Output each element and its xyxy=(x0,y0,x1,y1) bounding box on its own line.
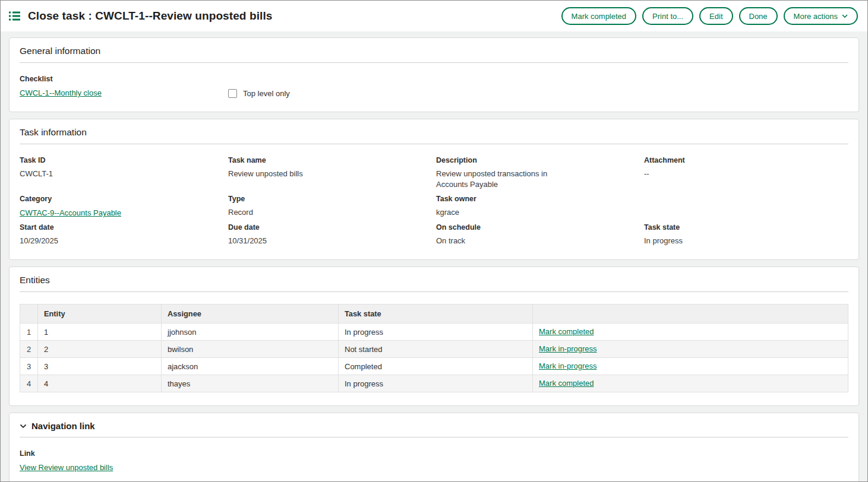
task-state-cell: Not started xyxy=(339,341,533,358)
field-label: Attachment xyxy=(644,156,848,164)
view-task-link[interactable]: View Review unposted bills xyxy=(20,463,113,472)
row-action-link[interactable]: Mark in-progress xyxy=(539,362,597,370)
task-state-cell: Completed xyxy=(339,358,533,375)
more-actions-label: More actions xyxy=(794,12,838,21)
task-information-title: Task information xyxy=(20,127,848,138)
page-content: General information Checklist CWCL-1--Mo… xyxy=(1,31,867,482)
assignee-cell: jjohnson xyxy=(162,324,339,341)
task-name-field: Task name Review unposted bills xyxy=(228,156,436,179)
checklist-link[interactable]: CWCL-1--Monthly close xyxy=(20,88,102,97)
checklist-field: Checklist CWCL-1--Monthly close xyxy=(20,75,228,99)
task-state-column-header: Task state xyxy=(339,305,533,324)
assignee-column-header: Assignee xyxy=(162,305,339,324)
general-information-title: General information xyxy=(20,46,848,56)
print-to-button[interactable]: Print to... xyxy=(642,7,693,25)
row-number: 3 xyxy=(20,358,38,375)
top-level-only-checkbox[interactable]: Top level only xyxy=(228,89,290,98)
entity-cell: 3 xyxy=(38,358,162,375)
row-action-link[interactable]: Mark completed xyxy=(539,327,594,336)
checklist-label: Checklist xyxy=(20,75,228,83)
field-label: Task owner xyxy=(436,195,644,203)
field-label: On schedule xyxy=(436,223,644,232)
field-value: -- xyxy=(644,169,848,179)
header-bar: Close task : CWCLT-1--Review unposted bi… xyxy=(1,1,867,31)
row-number: 2 xyxy=(20,341,38,358)
due-date-field: Due date 10/31/2025 xyxy=(228,223,436,246)
category-link[interactable]: CWTAC-9--Accounts Payable xyxy=(20,208,121,217)
entity-cell: 1 xyxy=(38,324,162,341)
edit-button[interactable]: Edit xyxy=(699,7,733,25)
field-value: Review unposted bills xyxy=(228,169,436,179)
field-value: In progress xyxy=(644,236,848,246)
task-id-field: Task ID CWCLT-1 xyxy=(20,156,228,179)
entities-title: Entities xyxy=(20,275,848,286)
assignee-cell: bwilson xyxy=(162,341,339,358)
attachment-field: Attachment -- xyxy=(644,156,848,179)
row-number: 4 xyxy=(20,375,38,392)
type-field: Type Record xyxy=(228,195,436,218)
field-value: CWCLT-1 xyxy=(20,169,228,179)
field-value: kgrace xyxy=(436,207,644,218)
more-actions-button[interactable]: More actions xyxy=(784,7,858,25)
field-label: Start date xyxy=(20,223,228,232)
collapse-chevron-icon[interactable] xyxy=(20,424,27,429)
start-date-field: Start date 10/29/2025 xyxy=(20,223,228,246)
table-row: 3 3 ajackson Completed Mark in-progress xyxy=(20,358,848,375)
section-divider xyxy=(20,62,848,63)
field-value: Review unposted transactions in Accounts… xyxy=(436,169,566,190)
field-value: Record xyxy=(228,207,436,218)
section-divider xyxy=(20,437,848,437)
page-title: Close task : CWCLT-1--Review unposted bi… xyxy=(28,9,272,23)
general-information-section: General information Checklist CWCL-1--Mo… xyxy=(9,37,859,112)
field-label: Task ID xyxy=(20,156,228,164)
description-field: Description Review unposted transactions… xyxy=(436,156,644,190)
action-column-header xyxy=(533,305,848,324)
chevron-down-icon xyxy=(842,14,848,18)
entity-column-header: Entity xyxy=(38,305,162,324)
navigation-link-section: Navigation link Link View Review unposte… xyxy=(9,413,859,482)
row-action-link[interactable]: Mark completed xyxy=(539,379,594,388)
table-header-row: Entity Assignee Task state xyxy=(20,305,848,324)
assignee-cell: ajackson xyxy=(162,358,339,375)
entity-cell: 4 xyxy=(38,375,162,392)
entity-cell: 2 xyxy=(38,341,162,358)
field-label: Task name xyxy=(228,156,436,164)
assignee-cell: thayes xyxy=(162,375,339,392)
row-number: 1 xyxy=(20,324,38,341)
entities-table: Entity Assignee Task state 1 1 jjohnson … xyxy=(20,304,848,392)
close-task-page: Close task : CWCLT-1--Review unposted bi… xyxy=(0,0,868,482)
task-state-cell: In progress xyxy=(339,375,533,392)
section-divider xyxy=(20,291,848,292)
checkbox-icon[interactable] xyxy=(228,89,237,98)
row-number-header xyxy=(20,305,38,324)
field-value: 10/29/2025 xyxy=(20,236,228,246)
entities-section: Entities Entity Assignee Task state 1 1 xyxy=(9,267,859,406)
field-label: Due date xyxy=(228,223,436,232)
link-label: Link xyxy=(20,449,848,458)
table-row: 4 4 thayes In progress Mark completed xyxy=(20,375,848,392)
field-label: Category xyxy=(20,195,228,203)
field-value: 10/31/2025 xyxy=(228,236,436,246)
header-actions: Mark completed Print to... Edit Done Mor… xyxy=(561,7,858,25)
task-owner-field: Task owner kgrace xyxy=(436,195,644,218)
section-divider xyxy=(20,144,848,144)
mark-completed-button[interactable]: Mark completed xyxy=(561,7,636,25)
task-list-icon[interactable] xyxy=(9,11,20,21)
field-label: Description xyxy=(436,156,644,164)
row-action-link[interactable]: Mark in-progress xyxy=(539,344,597,353)
done-button[interactable]: Done xyxy=(739,7,778,25)
field-label: Type xyxy=(228,195,436,203)
table-row: 2 2 bwilson Not started Mark in-progress xyxy=(20,341,848,358)
on-schedule-field: On schedule On track xyxy=(436,223,644,246)
task-information-section: Task information Task ID CWCLT-1 Task na… xyxy=(9,119,859,260)
task-state-field: Task state In progress xyxy=(644,223,848,246)
field-value: On track xyxy=(436,236,644,246)
top-level-only-label: Top level only xyxy=(243,89,290,98)
field-label: Task state xyxy=(644,223,848,232)
table-row: 1 1 jjohnson In progress Mark completed xyxy=(20,324,848,341)
navigation-link-title: Navigation link xyxy=(31,421,95,431)
link-field: Link View Review unposted bills xyxy=(20,449,848,473)
category-field: Category CWTAC-9--Accounts Payable xyxy=(20,195,228,218)
task-state-cell: In progress xyxy=(339,324,533,341)
